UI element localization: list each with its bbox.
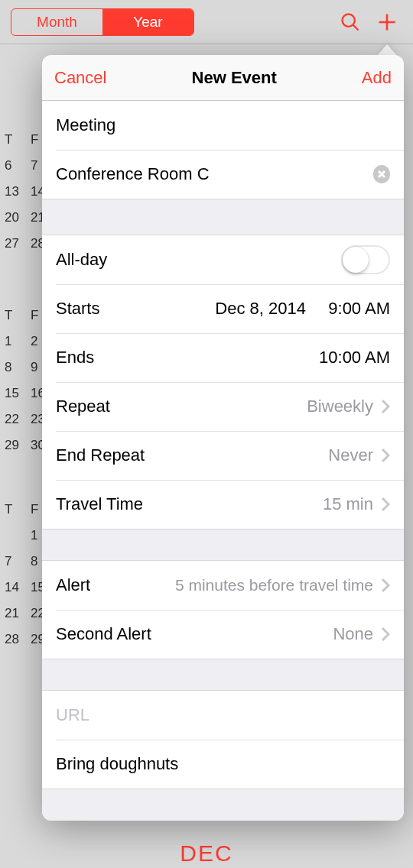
background-toolbar: Month Year xyxy=(0,0,413,44)
chevron-right-icon xyxy=(381,578,390,593)
modal-body[interactable]: All-day Starts Dec 8, 2014 9:00 AM Ends … xyxy=(42,101,404,821)
chevron-right-icon xyxy=(381,399,390,414)
notes-row[interactable] xyxy=(42,740,404,789)
clear-location-icon[interactable] xyxy=(373,165,390,183)
event-location-input[interactable] xyxy=(56,164,367,184)
alerts-group: Alert 5 minutes before travel time Secon… xyxy=(42,560,404,659)
seg-month[interactable]: Month xyxy=(11,9,102,35)
all-day-row[interactable]: All-day xyxy=(42,235,404,284)
cancel-button[interactable]: Cancel xyxy=(54,68,106,88)
event-title-input[interactable] xyxy=(56,115,390,135)
ends-label: Ends xyxy=(56,348,94,368)
search-icon[interactable] xyxy=(335,7,366,37)
starts-label: Starts xyxy=(56,299,99,319)
view-segment[interactable]: Month Year xyxy=(11,8,194,36)
notes-input[interactable] xyxy=(56,754,390,774)
title-location-group xyxy=(42,101,404,199)
event-location-row[interactable] xyxy=(42,150,404,199)
event-title-row[interactable] xyxy=(42,101,404,150)
svg-point-0 xyxy=(343,14,355,26)
background-month-label: DEC xyxy=(0,840,413,866)
repeat-value: Biweekly xyxy=(307,397,373,416)
add-event-icon[interactable] xyxy=(372,7,402,37)
second-alert-label: Second Alert xyxy=(56,624,151,644)
second-alert-value: None xyxy=(333,624,373,644)
all-day-toggle[interactable] xyxy=(341,245,390,274)
starts-date: Dec 8, 2014 xyxy=(99,299,306,319)
second-alert-row[interactable]: Second Alert None xyxy=(42,610,404,659)
alert-row[interactable]: Alert 5 minutes before travel time xyxy=(42,561,404,610)
modal-title: New Event xyxy=(192,68,277,88)
end-repeat-label: End Repeat xyxy=(56,445,145,465)
ends-time: 10:00 AM xyxy=(319,348,390,368)
modal-header: Cancel New Event Add xyxy=(42,55,404,101)
chevron-right-icon xyxy=(381,497,390,512)
alert-label: Alert xyxy=(56,575,90,595)
time-group: All-day Starts Dec 8, 2014 9:00 AM Ends … xyxy=(42,235,404,530)
end-repeat-row[interactable]: End Repeat Never xyxy=(42,431,404,480)
repeat-row[interactable]: Repeat Biweekly xyxy=(42,382,404,431)
travel-time-row[interactable]: Travel Time 15 min xyxy=(42,480,404,529)
url-input[interactable] xyxy=(56,705,390,725)
travel-time-label: Travel Time xyxy=(56,494,143,514)
url-row[interactable] xyxy=(42,691,404,740)
chevron-right-icon xyxy=(381,448,390,463)
seg-year[interactable]: Year xyxy=(102,9,193,35)
travel-time-value: 15 min xyxy=(323,494,373,514)
starts-time: 9:00 AM xyxy=(306,299,390,319)
new-event-modal: Cancel New Event Add All-day xyxy=(42,55,404,821)
repeat-label: Repeat xyxy=(56,397,110,416)
all-day-label: All-day xyxy=(56,250,107,270)
alert-value: 5 minutes before travel time xyxy=(175,576,373,594)
ends-row[interactable]: Ends 10:00 AM xyxy=(42,333,404,382)
chevron-right-icon xyxy=(381,627,390,642)
add-button[interactable]: Add xyxy=(362,68,392,88)
svg-line-1 xyxy=(353,24,359,30)
end-repeat-value: Never xyxy=(328,445,373,465)
starts-row[interactable]: Starts Dec 8, 2014 9:00 AM xyxy=(42,284,404,333)
url-notes-group xyxy=(42,690,404,789)
